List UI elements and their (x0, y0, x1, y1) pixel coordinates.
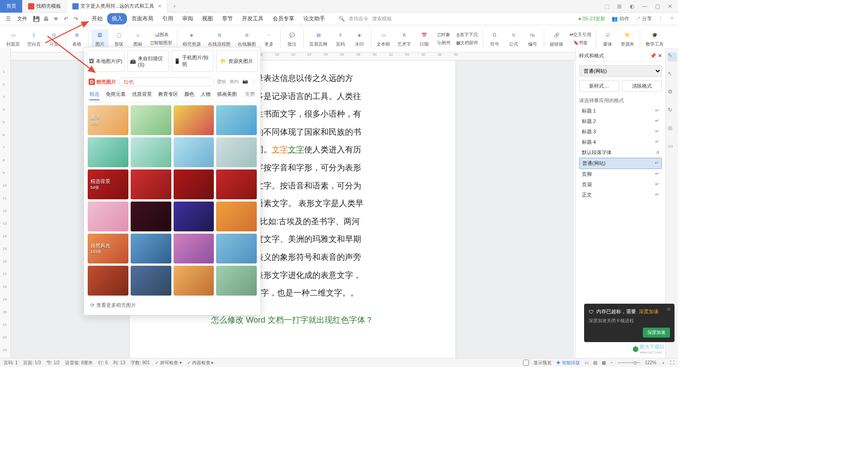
thumbnail[interactable] (216, 234, 257, 263)
rib-form[interactable]: ☑窗体 (599, 29, 616, 48)
book-icon[interactable]: ▭ (668, 143, 677, 152)
share-button[interactable]: ↗ 分享 (636, 15, 652, 22)
rib-cover[interactable]: ▭封面页 (4, 29, 23, 48)
tab-free[interactable]: 免费 (245, 91, 255, 100)
rib-crossref[interactable]: ⇄交叉引用 (568, 31, 593, 38)
menu-tab-paper[interactable]: 论文助手 (299, 13, 330, 24)
rib-break[interactable]: ⊟分页 (45, 29, 62, 48)
notif-link[interactable]: 深度加速 (639, 308, 659, 315)
select-icon[interactable]: ↖ (668, 70, 677, 80)
menu-tab-dev[interactable]: 开发工具 (237, 13, 268, 24)
rib-attach[interactable]: 📎附件 (434, 39, 453, 47)
redo-icon[interactable]: ↷ (71, 14, 80, 24)
close-icon[interactable]: ✕ (658, 53, 662, 59)
status-section[interactable]: 节: 1/2 (47, 360, 60, 366)
thumbnail[interactable] (174, 137, 214, 167)
search-input[interactable] (119, 77, 214, 86)
settings-icon[interactable]: ⚙ (668, 89, 677, 98)
tab-edu[interactable]: 教育专区 (158, 91, 178, 100)
rib-symbol[interactable]: Ω符号 (486, 29, 503, 48)
zoom-in-icon[interactable]: ＋ (661, 360, 665, 366)
rib-textbox[interactable]: ▭文本框 (374, 29, 393, 48)
clear-format-button[interactable]: 清除格式 (622, 80, 662, 92)
rib-date[interactable]: 📅日期 (415, 29, 433, 48)
rib-icon[interactable]: ☺图标 (129, 29, 146, 48)
tab-featured[interactable]: 精选 (90, 91, 99, 100)
rib-pagenum[interactable]: #页码 (332, 29, 349, 48)
menu-tab-view[interactable]: 视图 (198, 13, 217, 24)
rib-resource[interactable]: 📁资源夹 (618, 29, 637, 48)
status-pos[interactable]: 设置值: 8厘米 (65, 360, 93, 366)
undo-icon[interactable]: ↶ (61, 14, 71, 24)
tab-cutout[interactable]: 免抠元素 (106, 91, 126, 100)
save-icon[interactable]: 💾 (32, 14, 41, 24)
preview-icon[interactable]: 👁 (52, 14, 61, 24)
file-menu[interactable]: 文件 (14, 15, 31, 22)
rib-wordart[interactable]: A艺术字 (395, 29, 414, 48)
pin-icon[interactable]: 📌 (650, 53, 656, 59)
resource-image-button[interactable]: 📁资源夹图片 (216, 50, 258, 72)
view-mode-icon[interactable]: ▭ (585, 360, 589, 365)
status-col[interactable]: 列: 13 (113, 360, 125, 366)
tab-people[interactable]: 人物 (201, 91, 211, 100)
style-item[interactable]: 标题 3↵ (579, 127, 662, 137)
new-tab-button[interactable]: ＋ (167, 2, 182, 10)
thumbnail[interactable] (88, 202, 128, 231)
rib-chart[interactable]: 📊图表 (148, 31, 174, 38)
status-spell[interactable]: ✓ 拼写检查 ▾ (155, 360, 182, 366)
link-text[interactable]: 文字 (288, 145, 304, 154)
menu-tab-insert[interactable]: 插入 (107, 13, 127, 24)
link-text[interactable]: 文字 (272, 145, 288, 154)
style-item[interactable]: 普通(网站)↵ (579, 158, 662, 169)
close-icon[interactable]: ✕ (666, 3, 674, 10)
accelerate-button[interactable]: 深度加速 (643, 328, 670, 338)
menu-tab-member[interactable]: 会员专享 (268, 13, 299, 24)
tab-illust[interactable]: 插画美图 (217, 91, 237, 100)
hamburger-icon[interactable]: ☰ (4, 14, 13, 24)
rib-formula[interactable]: π公式 (505, 29, 522, 48)
print-icon[interactable]: 🖶 (42, 14, 51, 24)
rib-more[interactable]: ⋯更多 (260, 29, 278, 48)
update-label[interactable]: ● 05-23更新 (578, 15, 605, 22)
tab-document[interactable]: 文字是人类用符...远的方式和工具✕ (67, 0, 167, 13)
view-mode3-icon[interactable]: ▦ (602, 360, 606, 365)
user-icon[interactable]: ◐ (628, 3, 636, 10)
thumbnail[interactable] (131, 266, 171, 296)
more-icon[interactable]: ⋮ (658, 16, 663, 22)
search-icon[interactable]: 🔍 (339, 16, 345, 22)
tab-bg[interactable]: 优质背景 (132, 91, 152, 100)
thumbnail[interactable] (131, 202, 171, 231)
rib-comment[interactable]: 💬批注 (283, 29, 301, 48)
refresh-icon[interactable]: ↻ (668, 107, 677, 116)
style-item[interactable]: 标题 4↵ (579, 137, 662, 147)
rib-teaching[interactable]: 🎓教学工具 (643, 29, 666, 48)
location-icon[interactable]: ◎ (668, 125, 677, 134)
thumbnail[interactable] (174, 105, 214, 135)
local-image-button[interactable]: 🖼本地图片(P) (87, 50, 125, 72)
rib-number[interactable]: №编号 (524, 29, 541, 48)
search-cmd-label[interactable]: 查找命令 (349, 15, 368, 22)
rib-shape[interactable]: ◯形状 (110, 29, 127, 48)
search-tpl-label[interactable]: 搜索模板 (372, 15, 392, 22)
style-item[interactable]: 默认段落字体a (579, 147, 662, 158)
style-item[interactable]: 页眉↵ (579, 179, 662, 190)
rib-dropcap[interactable]: A̲首字下沉 (454, 31, 480, 38)
status-pages[interactable]: 页面: 1/3 (23, 360, 41, 366)
tab-home[interactable]: 首页 (0, 0, 23, 13)
tab-template[interactable]: 找稻壳模板 (23, 0, 67, 13)
wallpaper-opt[interactable]: 壁纸 (217, 79, 226, 85)
status-content[interactable]: ✓ 内容检查 ▾ (187, 360, 214, 366)
thumbnail[interactable] (88, 266, 128, 296)
rib-blank[interactable]: ▯空白页 (24, 29, 43, 48)
rib-object[interactable]: ◫对象 (434, 31, 453, 38)
view-more-link[interactable]: ⟳查看更多稻壳图片 (87, 298, 258, 312)
zoom-value[interactable]: 122% (645, 360, 656, 365)
thumbnail[interactable] (174, 266, 214, 296)
style-item[interactable]: 正文↵ (579, 190, 662, 200)
rib-smartart[interactable]: ◫智能图形 (148, 39, 174, 47)
rib-watermark[interactable]: ◈水印 (351, 29, 368, 48)
collapse-icon[interactable]: ＾ (670, 15, 675, 22)
tab-close-icon[interactable]: ✕ (158, 4, 161, 9)
brush-icon[interactable]: ✎ (668, 52, 677, 61)
tab-color[interactable]: 颜色 (184, 91, 194, 100)
